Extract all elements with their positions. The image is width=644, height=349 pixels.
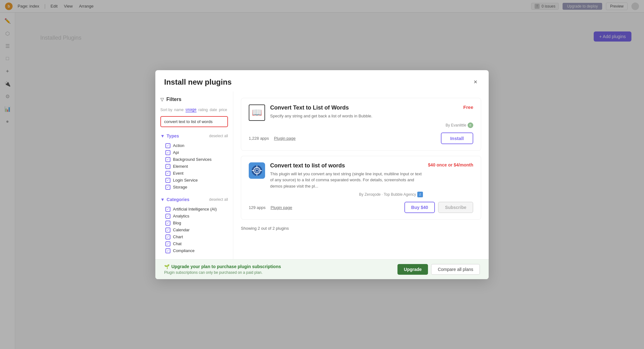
results-panel: 📖 Convert Text to List of Words Specify … [233, 92, 489, 259]
type-storage[interactable]: ✓ Storage [160, 184, 228, 191]
plugin-2-author-label: By Zeroqode · Top Bubble Agency [359, 192, 416, 197]
categories-section-title[interactable]: ▼ Categories [160, 197, 189, 202]
cat-calendar-label: Calendar [173, 228, 190, 232]
cat-analytics-label: Analytics [173, 214, 189, 218]
cat-blog[interactable]: ✓ Blog [160, 220, 228, 227]
cat-compliance-checkbox: ✓ [165, 248, 170, 253]
plugin-1-meta: 1,228 apps Plugin page [249, 136, 296, 141]
upgrade-icon: 🌱 [164, 264, 169, 269]
type-login-label: Login Service [173, 178, 198, 183]
types-list: ✓ Action ✓ Api ✓ Background Services ✓ E… [160, 142, 228, 191]
sort-by-label: Sort by [160, 108, 172, 112]
type-login-service[interactable]: ✓ Login Service [160, 177, 228, 184]
plugin-2-info: Convert text to list of words This plugi… [270, 162, 423, 198]
upgrade-title-text: Upgrade your plan to purchase plugin sub… [171, 264, 281, 269]
plugin-1-author-avatar: E [468, 122, 473, 128]
cat-ai-checkbox: ✓ [165, 207, 170, 212]
type-action-checkbox: ✓ [165, 143, 170, 148]
type-api-label: Api [173, 150, 179, 155]
types-deselect[interactable]: deselect all [209, 134, 228, 138]
cat-chart-checkbox: ✓ [165, 234, 170, 239]
plugin-2-right: $40 once or $4/month [428, 162, 473, 167]
upgrade-button[interactable]: Upgrade [397, 264, 428, 275]
plugin-1-info: Convert Text to List of Words Specify an… [270, 104, 441, 119]
types-section-title[interactable]: ▼ Types [160, 133, 179, 138]
plugin-1-desc: Specify any string and get back a list o… [270, 113, 441, 119]
type-event-checkbox: ✓ [165, 171, 170, 176]
sort-usage[interactable]: usage [186, 107, 197, 112]
cat-analytics[interactable]: ✓ Analytics [160, 213, 228, 220]
categories-deselect[interactable]: deselect all [209, 197, 228, 202]
plugin-2-buy-button[interactable]: Buy $40 [404, 202, 435, 213]
showing-count: Showing 2 out of 2 plugins [241, 226, 481, 231]
install-plugins-modal: Install new plugins × ▽ Filters Sort by … [155, 70, 489, 279]
sort-date[interactable]: date [210, 108, 217, 112]
plugin-1-apps: 1,228 apps [249, 136, 269, 141]
plugin-2-page-link[interactable]: Plugin page [271, 205, 292, 210]
modal-title: Install new plugins [164, 78, 232, 87]
plugin-card-2-top: Convert text to list of words This plugi… [249, 162, 473, 198]
sort-row: Sort by name usage rating date price [160, 107, 228, 112]
sort-rating[interactable]: rating [198, 108, 208, 112]
plugin-2-btn-group: Buy $40 Subscribe [404, 202, 473, 213]
plugin-2-author-avatar: Z [417, 192, 423, 197]
plugin-card-1: 📖 Convert Text to List of Words Specify … [241, 98, 481, 151]
plugin-1-footer: 1,228 apps Plugin page Install [249, 132, 473, 144]
type-action[interactable]: ✓ Action [160, 142, 228, 149]
modal-close-button[interactable]: × [471, 78, 480, 87]
type-event-label: Event [173, 171, 183, 176]
cat-compliance[interactable]: ✓ Compliance [160, 247, 228, 254]
categories-label: Categories [167, 197, 189, 202]
type-bg-checkbox: ✓ [165, 157, 170, 162]
cat-ai-label: Artificial Intelligence (AI) [173, 207, 217, 211]
plugin-card-2: Convert text to list of words This plugi… [241, 156, 481, 220]
types-label: Types [167, 133, 179, 138]
upgrade-buttons: Upgrade Compare all plans [397, 264, 480, 275]
plugin-card-1-top: 📖 Convert Text to List of Words Specify … [249, 104, 473, 128]
plugin-2-name: Convert text to list of words [270, 162, 423, 169]
sort-price[interactable]: price [219, 108, 227, 112]
filter-icon: ▽ [160, 97, 164, 102]
plugin-search-input[interactable] [160, 116, 228, 127]
type-login-checkbox: ✓ [165, 178, 170, 183]
type-event[interactable]: ✓ Event [160, 170, 228, 177]
compare-plans-button[interactable]: Compare all plans [431, 264, 480, 275]
categories-chevron: ▼ [160, 197, 165, 202]
categories-section-header: ▼ Categories deselect all [160, 197, 228, 202]
cat-chart[interactable]: ✓ Chart [160, 234, 228, 240]
modal-body: ▽ Filters Sort by name usage rating date… [155, 92, 489, 259]
type-bg-label: Background Services [173, 157, 212, 162]
modal-header: Install new plugins × [155, 70, 489, 92]
cat-chart-label: Chart [173, 234, 183, 239]
type-api[interactable]: ✓ Api [160, 149, 228, 156]
plugin-1-name: Convert Text to List of Words [270, 104, 441, 111]
plugin-2-footer: 129 apps Plugin page Buy $40 Subscribe [249, 202, 473, 213]
upgrade-subtitle: Plugin subscriptions can only be purchas… [164, 270, 281, 275]
cat-compliance-label: Compliance [173, 248, 195, 253]
cat-calendar[interactable]: ✓ Calendar [160, 227, 228, 234]
modal-overlay: Install new plugins × ▽ Filters Sort by … [0, 0, 644, 349]
plugin-1-author-label: By Evanlittle [446, 123, 466, 127]
plugin-1-install-button[interactable]: Install [441, 132, 473, 144]
plugin-2-apps: 129 apps [249, 205, 266, 210]
plugin-1-page-link[interactable]: Plugin page [274, 136, 296, 141]
cat-blog-label: Blog [173, 221, 181, 225]
type-background-services[interactable]: ✓ Background Services [160, 156, 228, 163]
sort-name[interactable]: name [174, 108, 184, 112]
plugin-2-price: $40 once or $4/month [428, 162, 473, 167]
upgrade-bar: 🌱 Upgrade your plan to purchase plugin s… [155, 259, 489, 279]
cat-analytics-checkbox: ✓ [165, 214, 170, 219]
cat-calendar-checkbox: ✓ [165, 228, 170, 233]
type-api-checkbox: ✓ [165, 150, 170, 155]
plugin-2-meta: 129 apps Plugin page [249, 205, 292, 210]
cat-ai[interactable]: ✓ Artificial Intelligence (AI) [160, 206, 228, 213]
plugin-2-subscribe-button[interactable]: Subscribe [438, 202, 473, 213]
upgrade-text: 🌱 Upgrade your plan to purchase plugin s… [164, 264, 281, 275]
plugin-1-price: Free [463, 104, 473, 110]
types-chevron: ▼ [160, 133, 165, 138]
plugin-1-author-row: By Evanlittle E [446, 122, 473, 128]
type-storage-label: Storage [173, 185, 187, 189]
cat-chat[interactable]: ✓ Chat [160, 240, 228, 247]
type-element[interactable]: ✓ Element [160, 163, 228, 170]
plugin-2-author-row: By Zeroqode · Top Bubble Agency Z [270, 192, 423, 197]
